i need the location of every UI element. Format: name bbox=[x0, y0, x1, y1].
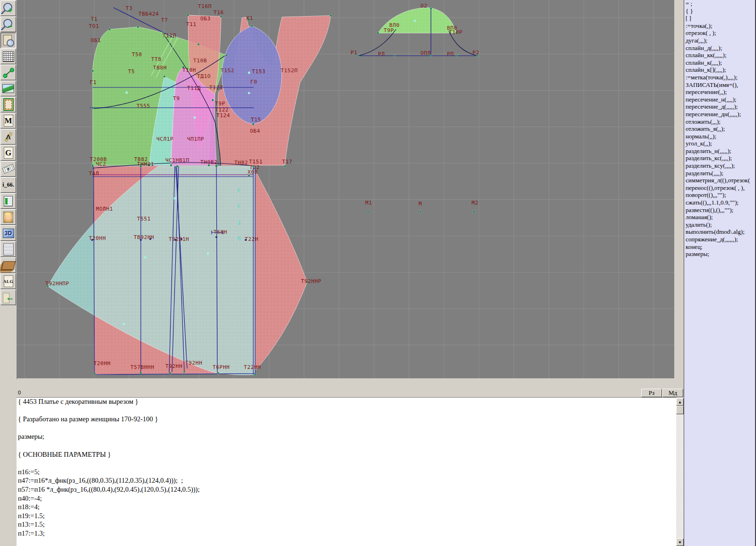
node-point[interactable] bbox=[284, 165, 286, 167]
point-label[interactable]: Т9Р bbox=[384, 27, 394, 34]
node-point[interactable] bbox=[225, 54, 227, 56]
point-label[interactable]: Т124 bbox=[216, 112, 230, 119]
point-label[interactable]: Т152П bbox=[281, 68, 298, 74]
editor-scroll-up-button[interactable]: ▲ bbox=[676, 398, 684, 406]
point-label[interactable]: М1 bbox=[365, 200, 372, 206]
node-point[interactable] bbox=[330, 15, 332, 17]
photo-model-icon[interactable] bbox=[0, 209, 16, 225]
view-pattern-icon[interactable] bbox=[0, 33, 16, 48]
node-point[interactable] bbox=[248, 92, 250, 94]
sidebar-command[interactable]: сжать((),,,1.1,0.9,""); bbox=[684, 199, 755, 206]
point-label[interactable]: ОПЛ bbox=[421, 50, 431, 56]
point-label[interactable]: ЧП1ПР bbox=[187, 136, 204, 142]
sidebar-command[interactable]: разделить_ксу(,,,,); bbox=[684, 162, 755, 170]
point-label[interactable]: Т5 bbox=[128, 68, 135, 75]
canvas-horizontal-scrollbar[interactable]: ◀ ▶ bbox=[16, 379, 684, 389]
point-label[interactable]: М bbox=[419, 201, 422, 207]
sidebar-command[interactable]: :=метка(точка(,),,,,); bbox=[684, 74, 755, 81]
point-label[interactable]: ОБ4 bbox=[250, 128, 260, 134]
sidebar-command[interactable]: разделить_кс(,,,,); bbox=[684, 154, 755, 162]
i66-button[interactable]: i_66. bbox=[0, 177, 16, 193]
point-label[interactable]: Х00 bbox=[248, 169, 258, 175]
point-label[interactable]: ТД1О bbox=[197, 73, 211, 79]
sidebar-command[interactable]: поворот((),,,""); bbox=[684, 191, 755, 199]
model-m-icon[interactable]: M bbox=[0, 113, 16, 128]
point-label[interactable]: Т9 bbox=[173, 95, 180, 102]
point-label[interactable]: МОЛН1 bbox=[96, 206, 113, 212]
sidebar-command[interactable]: ломаная(); bbox=[684, 213, 755, 221]
text-list-icon[interactable] bbox=[0, 241, 16, 257]
point-label[interactable]: Т57ВННН bbox=[130, 364, 155, 370]
point-label[interactable]: б bbox=[238, 236, 241, 242]
view-3d-icon[interactable]: 3D bbox=[0, 225, 16, 241]
point-label[interactable]: Т3 bbox=[126, 5, 132, 11]
pattern-canvas[interactable]: Т1ТО1ОБ1Т3ТВБ424Т7Х1Т16ПТ16Т11ОБ3Т11ПТ50… bbox=[17, 0, 674, 378]
node-point[interactable] bbox=[174, 197, 176, 199]
node-point[interactable] bbox=[207, 253, 209, 255]
sidebar-command[interactable]: удалить(); bbox=[684, 221, 755, 229]
sidebar-command[interactable]: сплайн_кк(,,,,,); bbox=[684, 51, 755, 59]
sidebar-command[interactable]: сплайн_к(,,,,); bbox=[684, 59, 755, 67]
point-label[interactable]: Т11П bbox=[163, 33, 176, 39]
point-label[interactable]: Т123 bbox=[209, 85, 223, 91]
point-label[interactable]: ТВБ424 bbox=[138, 11, 159, 17]
point-label[interactable]: Т551 bbox=[137, 216, 151, 222]
point-label[interactable]: ТТ8 bbox=[151, 56, 162, 62]
point-label[interactable]: Т17 bbox=[282, 159, 292, 165]
sidebar-command[interactable]: размеры; bbox=[684, 250, 755, 258]
point-label[interactable]: 1 bbox=[238, 220, 241, 226]
sidebar-command[interactable]: отложить(,,,); bbox=[684, 118, 755, 126]
point-label[interactable]: Т92ННР bbox=[301, 278, 321, 284]
node-point[interactable] bbox=[357, 55, 359, 57]
point-label[interactable]: Т22НН bbox=[244, 364, 261, 370]
node-point[interactable] bbox=[252, 123, 254, 125]
node-point[interactable] bbox=[215, 236, 217, 238]
node-point[interactable] bbox=[217, 372, 219, 374]
drafting-tools-icon[interactable]: Λ bbox=[0, 129, 16, 145]
point-label[interactable]: Т22Н bbox=[245, 236, 258, 242]
node-point[interactable] bbox=[394, 55, 395, 57]
sidebar-command[interactable]: сплайн_к[](,,,,); bbox=[684, 66, 755, 74]
sidebar-command[interactable]: выполнить(dmod\.alg); bbox=[684, 228, 755, 236]
point-label[interactable]: Т92НН bbox=[165, 363, 182, 369]
segment-icon[interactable] bbox=[0, 65, 16, 80]
node-point[interactable] bbox=[212, 99, 214, 101]
point-label[interactable]: Т10Н bbox=[182, 67, 196, 73]
node-point[interactable] bbox=[126, 92, 128, 94]
point-label[interactable]: Т20НН bbox=[89, 235, 106, 241]
point-label[interactable]: Т555 bbox=[137, 103, 150, 109]
sidebar-command[interactable]: пересечение(,,); bbox=[684, 88, 755, 96]
node-point[interactable] bbox=[92, 70, 94, 72]
point-label[interactable]: Т15 bbox=[251, 117, 261, 123]
sidebar-command[interactable]: разделить_н(,,,,,); bbox=[684, 147, 755, 155]
grid-icon[interactable] bbox=[0, 49, 16, 64]
node-point[interactable] bbox=[187, 14, 189, 16]
sidebar-command[interactable]: симметрия_л((),отрезок( bbox=[684, 177, 755, 184]
point-label[interactable]: Т16 bbox=[214, 9, 224, 16]
point-label[interactable]: Х1 bbox=[246, 15, 253, 21]
point-label[interactable]: С bbox=[238, 188, 241, 194]
node-point[interactable] bbox=[367, 211, 369, 213]
point-label[interactable]: ТВ8Н bbox=[153, 65, 167, 71]
node-point[interactable] bbox=[169, 372, 171, 374]
point-label[interactable]: Т11 bbox=[186, 21, 197, 27]
point-label[interactable]: Р2 bbox=[472, 50, 479, 56]
sidebar-command[interactable]: сопряжение_д(,,,,,,); bbox=[684, 236, 755, 243]
node-point[interactable] bbox=[109, 28, 111, 30]
node-point[interactable] bbox=[140, 372, 142, 374]
node-point[interactable] bbox=[414, 20, 416, 22]
node-point[interactable] bbox=[92, 107, 94, 109]
point-label[interactable]: Т152 bbox=[221, 68, 234, 74]
point-label[interactable]: ЧСЛ1Р bbox=[156, 136, 173, 142]
node-point[interactable] bbox=[198, 43, 199, 45]
point-label[interactable]: ТНВ2 bbox=[234, 160, 248, 166]
node-point[interactable] bbox=[254, 374, 256, 375]
point-label[interactable]: ТВ92НН bbox=[134, 234, 154, 240]
pattern-piece-icon[interactable] bbox=[0, 97, 16, 112]
node-point[interactable] bbox=[137, 26, 139, 28]
node-point[interactable] bbox=[92, 165, 94, 167]
point-label[interactable]: ТАЛ bbox=[89, 171, 99, 177]
algorithm-file-icon[interactable]: ALG bbox=[0, 273, 16, 289]
node-point[interactable] bbox=[220, 16, 222, 17]
node-point[interactable] bbox=[420, 211, 421, 213]
